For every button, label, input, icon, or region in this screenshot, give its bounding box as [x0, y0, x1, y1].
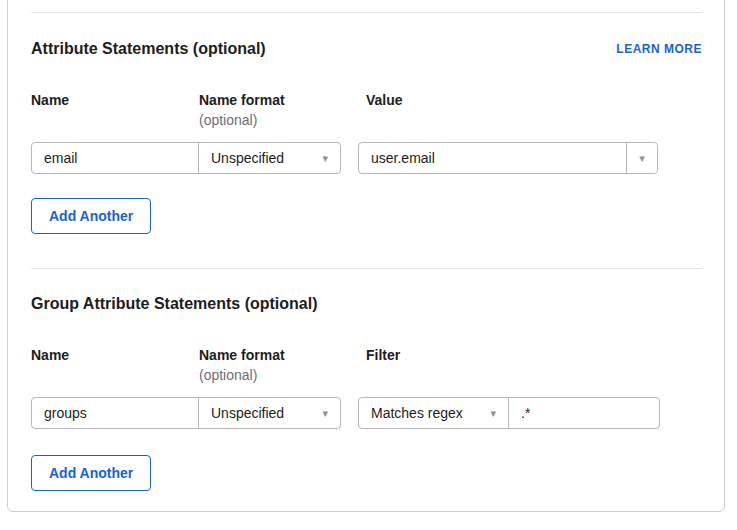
- attr-name-input[interactable]: [32, 143, 198, 173]
- group-filter-value-input[interactable]: [509, 398, 659, 428]
- group-add-another-button[interactable]: Add Another: [31, 455, 151, 491]
- attr-value-dropdown-button[interactable]: ▾: [627, 143, 657, 173]
- group-attribute-statements-title: Group Attribute Statements (optional): [31, 295, 318, 313]
- group-name-input[interactable]: [32, 398, 198, 428]
- attribute-statements-title: Attribute Statements (optional): [31, 40, 266, 58]
- attr-name-column-header: Name: [31, 92, 69, 108]
- group-name-format-selected-value: Unspecified: [211, 405, 284, 421]
- group-name-column-header: Name: [31, 347, 69, 363]
- group-filter-combo: Matches regex ▾: [358, 397, 660, 429]
- group-name-format-optional-note: (optional): [199, 367, 257, 383]
- attr-name-format-optional-note: (optional): [199, 112, 257, 128]
- attr-name-format-select[interactable]: Unspecified ▾: [199, 143, 340, 173]
- attr-value-column-header: Value: [366, 92, 403, 108]
- group-filter-type-selected-value: Matches regex: [371, 405, 463, 421]
- attr-add-another-button[interactable]: Add Another: [31, 198, 151, 234]
- attr-name-format-column-header: Name format: [199, 92, 285, 108]
- saml-settings-page: Attribute Statements (optional) LEARN MO…: [0, 0, 737, 530]
- learn-more-link[interactable]: LEARN MORE: [616, 43, 702, 56]
- group-filter-column-header: Filter: [366, 347, 400, 363]
- chevron-down-icon: ▾: [322, 153, 328, 164]
- group-name-format-column-header: Name format: [199, 347, 285, 363]
- attr-name-format-selected-value: Unspecified: [211, 150, 284, 166]
- settings-card: [7, 0, 725, 512]
- group-filter-type-select[interactable]: Matches regex ▾: [359, 398, 508, 428]
- chevron-down-icon: ▾: [322, 408, 328, 419]
- chevron-down-icon: ▾: [490, 408, 496, 419]
- section-divider-top: [31, 12, 702, 13]
- group-name-format-select[interactable]: Unspecified ▾: [199, 398, 340, 428]
- attr-value-input[interactable]: [359, 143, 626, 173]
- attr-value-combo: ▾: [358, 142, 658, 174]
- chevron-down-icon: ▾: [639, 153, 645, 164]
- group-row: Unspecified ▾: [31, 397, 341, 429]
- section-divider-middle: [31, 268, 702, 269]
- attr-row: Unspecified ▾: [31, 142, 341, 174]
